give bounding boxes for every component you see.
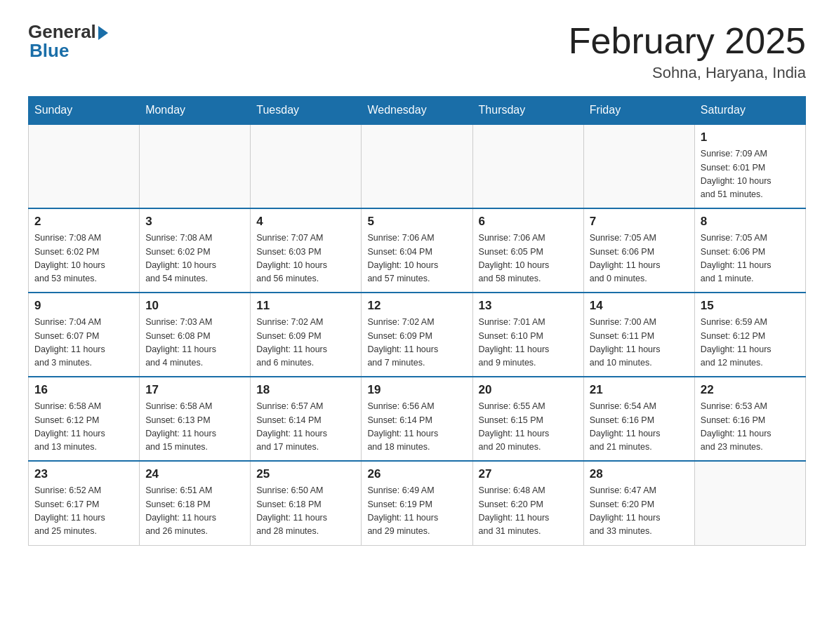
day-number: 20 bbox=[479, 383, 578, 397]
day-number: 5 bbox=[367, 215, 466, 229]
day-info: Sunrise: 6:56 AMSunset: 6:14 PMDaylight:… bbox=[367, 400, 466, 455]
day-info: Sunrise: 6:51 AMSunset: 6:18 PMDaylight:… bbox=[145, 484, 244, 539]
calendar-cell: 17Sunrise: 6:58 AMSunset: 6:13 PMDayligh… bbox=[140, 377, 251, 461]
calendar-cell: 22Sunrise: 6:53 AMSunset: 6:16 PMDayligh… bbox=[694, 377, 805, 461]
day-info: Sunrise: 6:59 AMSunset: 6:12 PMDaylight:… bbox=[701, 316, 800, 370]
calendar-week-row: 1Sunrise: 7:09 AMSunset: 6:01 PMDaylight… bbox=[29, 124, 806, 208]
calendar-cell: 18Sunrise: 6:57 AMSunset: 6:14 PMDayligh… bbox=[251, 377, 362, 461]
calendar-week-row: 23Sunrise: 6:52 AMSunset: 6:17 PMDayligh… bbox=[29, 461, 806, 545]
day-info: Sunrise: 7:06 AMSunset: 6:04 PMDaylight:… bbox=[367, 232, 466, 286]
day-of-week-header: Tuesday bbox=[251, 97, 362, 125]
day-number: 26 bbox=[367, 467, 466, 481]
day-number: 14 bbox=[590, 299, 689, 313]
day-number: 12 bbox=[367, 299, 466, 313]
calendar-cell: 10Sunrise: 7:03 AMSunset: 6:08 PMDayligh… bbox=[140, 293, 251, 377]
calendar-cell bbox=[694, 461, 805, 545]
calendar-cell: 8Sunrise: 7:05 AMSunset: 6:06 PMDaylight… bbox=[694, 208, 805, 293]
day-info: Sunrise: 6:55 AMSunset: 6:15 PMDaylight:… bbox=[479, 400, 578, 455]
calendar-cell bbox=[583, 124, 694, 208]
day-info: Sunrise: 7:02 AMSunset: 6:09 PMDaylight:… bbox=[367, 316, 466, 370]
day-info: Sunrise: 7:05 AMSunset: 6:06 PMDaylight:… bbox=[701, 232, 800, 286]
day-number: 1 bbox=[701, 130, 800, 145]
day-number: 3 bbox=[145, 215, 244, 229]
calendar-cell: 23Sunrise: 6:52 AMSunset: 6:17 PMDayligh… bbox=[29, 461, 140, 545]
title-section: February 2025 Sohna, Haryana, India bbox=[569, 21, 806, 82]
day-info: Sunrise: 6:53 AMSunset: 6:16 PMDaylight:… bbox=[701, 400, 800, 455]
day-number: 6 bbox=[479, 215, 578, 229]
month-title: February 2025 bbox=[569, 21, 806, 61]
day-number: 28 bbox=[590, 467, 689, 481]
day-number: 25 bbox=[256, 467, 355, 481]
day-number: 7 bbox=[590, 215, 689, 229]
day-info: Sunrise: 7:07 AMSunset: 6:03 PMDaylight:… bbox=[256, 232, 355, 286]
day-info: Sunrise: 6:50 AMSunset: 6:18 PMDaylight:… bbox=[256, 484, 355, 539]
calendar-cell: 12Sunrise: 7:02 AMSunset: 6:09 PMDayligh… bbox=[362, 293, 472, 377]
day-info: Sunrise: 7:08 AMSunset: 6:02 PMDaylight:… bbox=[145, 232, 244, 286]
calendar-cell: 14Sunrise: 7:00 AMSunset: 6:11 PMDayligh… bbox=[583, 293, 694, 377]
day-of-week-header: Thursday bbox=[472, 97, 583, 125]
calendar-table: SundayMondayTuesdayWednesdayThursdayFrid… bbox=[28, 96, 806, 546]
day-number: 9 bbox=[34, 299, 133, 313]
day-info: Sunrise: 6:49 AMSunset: 6:19 PMDaylight:… bbox=[367, 484, 466, 539]
calendar-cell: 25Sunrise: 6:50 AMSunset: 6:18 PMDayligh… bbox=[251, 461, 362, 545]
calendar-cell: 21Sunrise: 6:54 AMSunset: 6:16 PMDayligh… bbox=[583, 377, 694, 461]
calendar-cell: 27Sunrise: 6:48 AMSunset: 6:20 PMDayligh… bbox=[472, 461, 583, 545]
day-of-week-header: Monday bbox=[140, 97, 251, 125]
location-title: Sohna, Haryana, India bbox=[569, 64, 806, 82]
day-info: Sunrise: 6:57 AMSunset: 6:14 PMDaylight:… bbox=[256, 400, 355, 455]
calendar-cell: 3Sunrise: 7:08 AMSunset: 6:02 PMDaylight… bbox=[140, 208, 251, 293]
day-info: Sunrise: 7:08 AMSunset: 6:02 PMDaylight:… bbox=[34, 232, 133, 286]
calendar-cell: 2Sunrise: 7:08 AMSunset: 6:02 PMDaylight… bbox=[29, 208, 140, 293]
day-number: 2 bbox=[34, 215, 133, 229]
day-number: 4 bbox=[256, 215, 355, 229]
calendar-cell: 1Sunrise: 7:09 AMSunset: 6:01 PMDaylight… bbox=[694, 124, 805, 208]
calendar-cell: 4Sunrise: 7:07 AMSunset: 6:03 PMDaylight… bbox=[251, 208, 362, 293]
day-of-week-header: Sunday bbox=[29, 97, 140, 125]
day-of-week-header: Wednesday bbox=[362, 97, 472, 125]
calendar-cell: 19Sunrise: 6:56 AMSunset: 6:14 PMDayligh… bbox=[362, 377, 472, 461]
day-info: Sunrise: 6:58 AMSunset: 6:12 PMDaylight:… bbox=[34, 400, 133, 455]
calendar-week-row: 2Sunrise: 7:08 AMSunset: 6:02 PMDaylight… bbox=[29, 208, 806, 293]
day-number: 18 bbox=[256, 383, 355, 397]
calendar-week-row: 16Sunrise: 6:58 AMSunset: 6:12 PMDayligh… bbox=[29, 377, 806, 461]
day-number: 10 bbox=[145, 299, 244, 313]
calendar-cell: 6Sunrise: 7:06 AMSunset: 6:05 PMDaylight… bbox=[472, 208, 583, 293]
day-info: Sunrise: 7:00 AMSunset: 6:11 PMDaylight:… bbox=[590, 316, 689, 370]
day-info: Sunrise: 6:52 AMSunset: 6:17 PMDaylight:… bbox=[34, 484, 133, 539]
day-info: Sunrise: 7:09 AMSunset: 6:01 PMDaylight:… bbox=[701, 147, 800, 202]
calendar-header-row: SundayMondayTuesdayWednesdayThursdayFrid… bbox=[29, 97, 806, 125]
day-info: Sunrise: 6:47 AMSunset: 6:20 PMDaylight:… bbox=[590, 484, 689, 539]
day-number: 21 bbox=[590, 383, 689, 397]
day-info: Sunrise: 7:06 AMSunset: 6:05 PMDaylight:… bbox=[479, 232, 578, 286]
calendar-cell: 26Sunrise: 6:49 AMSunset: 6:19 PMDayligh… bbox=[362, 461, 472, 545]
page-header: General Blue February 2025 Sohna, Haryan… bbox=[28, 21, 806, 82]
calendar-cell: 5Sunrise: 7:06 AMSunset: 6:04 PMDaylight… bbox=[362, 208, 472, 293]
day-number: 13 bbox=[479, 299, 578, 313]
calendar-cell bbox=[472, 124, 583, 208]
calendar-cell bbox=[140, 124, 251, 208]
day-number: 27 bbox=[479, 467, 578, 481]
day-number: 15 bbox=[701, 299, 800, 313]
day-number: 23 bbox=[34, 467, 133, 481]
day-number: 16 bbox=[34, 383, 133, 397]
day-number: 19 bbox=[367, 383, 466, 397]
day-number: 24 bbox=[145, 467, 244, 481]
day-info: Sunrise: 7:04 AMSunset: 6:07 PMDaylight:… bbox=[34, 316, 133, 370]
calendar-cell: 11Sunrise: 7:02 AMSunset: 6:09 PMDayligh… bbox=[251, 293, 362, 377]
logo-blue-text: Blue bbox=[29, 40, 69, 62]
day-info: Sunrise: 7:05 AMSunset: 6:06 PMDaylight:… bbox=[590, 232, 689, 286]
day-number: 11 bbox=[256, 299, 355, 313]
day-of-week-header: Friday bbox=[583, 97, 694, 125]
logo-triangle-icon bbox=[98, 26, 108, 40]
day-number: 22 bbox=[701, 383, 800, 397]
calendar-cell: 15Sunrise: 6:59 AMSunset: 6:12 PMDayligh… bbox=[694, 293, 805, 377]
calendar-cell: 13Sunrise: 7:01 AMSunset: 6:10 PMDayligh… bbox=[472, 293, 583, 377]
day-number: 17 bbox=[145, 383, 244, 397]
calendar-cell: 24Sunrise: 6:51 AMSunset: 6:18 PMDayligh… bbox=[140, 461, 251, 545]
calendar-cell: 28Sunrise: 6:47 AMSunset: 6:20 PMDayligh… bbox=[583, 461, 694, 545]
day-of-week-header: Saturday bbox=[694, 97, 805, 125]
day-info: Sunrise: 6:48 AMSunset: 6:20 PMDaylight:… bbox=[479, 484, 578, 539]
calendar-cell: 9Sunrise: 7:04 AMSunset: 6:07 PMDaylight… bbox=[29, 293, 140, 377]
calendar-week-row: 9Sunrise: 7:04 AMSunset: 6:07 PMDaylight… bbox=[29, 293, 806, 377]
day-info: Sunrise: 6:58 AMSunset: 6:13 PMDaylight:… bbox=[145, 400, 244, 455]
